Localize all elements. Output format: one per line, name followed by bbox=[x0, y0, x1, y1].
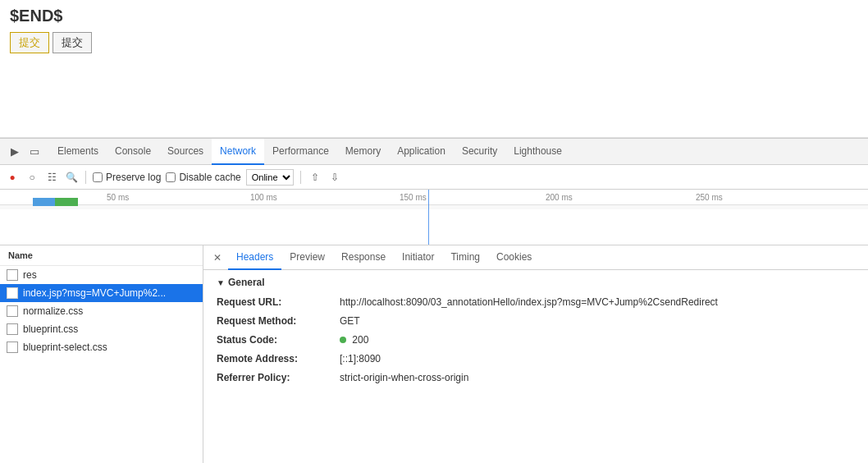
file-icon bbox=[7, 305, 18, 317]
device-icon[interactable]: ▭ bbox=[26, 144, 43, 160]
remote-address-row: Remote Address: [::1]:8090 bbox=[217, 351, 855, 366]
ruler-mark-100: 100 ms bbox=[250, 193, 277, 202]
sub-tab-headers[interactable]: Headers bbox=[228, 245, 281, 270]
page-title: $END$ bbox=[10, 7, 858, 25]
bar-blue bbox=[33, 198, 55, 206]
page-content: $END$ 提交 提交 bbox=[0, 0, 868, 138]
timeline-marker bbox=[428, 190, 429, 245]
sub-tab-bar: ✕ Headers Preview Response Initiator Tim… bbox=[203, 245, 868, 270]
timeline-area: 50 ms 100 ms 150 ms 200 ms 250 ms bbox=[0, 190, 868, 245]
devtools-panel: ▶ ▭ Elements Console Sources Network Per… bbox=[0, 138, 868, 463]
button-row: 提交 提交 bbox=[10, 32, 858, 53]
sub-tab-timing[interactable]: Timing bbox=[442, 245, 488, 270]
file-item-blueprint-select[interactable]: blueprint-select.css bbox=[0, 338, 203, 356]
tab-elements[interactable]: Elements bbox=[49, 139, 107, 165]
request-url-value: http://localhost:8090/03_annotationHello… bbox=[340, 295, 718, 309]
request-method-row: Request Method: GET bbox=[217, 314, 855, 328]
file-item-blueprint[interactable]: blueprint.css bbox=[0, 320, 203, 338]
file-icon bbox=[7, 323, 18, 335]
disable-cache-label[interactable]: Disable cache bbox=[166, 172, 240, 183]
bar-green bbox=[55, 198, 78, 206]
details-panel: ✕ Headers Preview Response Initiator Tim… bbox=[203, 245, 868, 463]
close-button[interactable]: ✕ bbox=[207, 249, 228, 267]
tab-sources[interactable]: Sources bbox=[159, 139, 212, 165]
sub-tab-response[interactable]: Response bbox=[333, 245, 394, 270]
request-url-row: Request URL: http://localhost:8090/03_an… bbox=[217, 295, 855, 309]
clear-icon[interactable]: ○ bbox=[25, 170, 39, 185]
general-header[interactable]: ▼ General bbox=[217, 277, 855, 288]
request-url-label: Request URL: bbox=[217, 295, 340, 309]
separator-1 bbox=[85, 171, 86, 184]
disable-cache-checkbox[interactable] bbox=[166, 172, 176, 182]
filter-icon[interactable]: ☷ bbox=[44, 170, 59, 185]
tab-security[interactable]: Security bbox=[454, 139, 505, 165]
referrer-policy-value: strict-origin-when-cross-origin bbox=[340, 370, 468, 385]
ruler-mark-250: 250 ms bbox=[696, 193, 723, 202]
preserve-log-checkbox[interactable] bbox=[93, 172, 103, 182]
file-item-index[interactable]: index.jsp?msg=MVC+Jump%2... bbox=[0, 284, 203, 302]
referrer-policy-label: Referrer Policy: bbox=[217, 370, 340, 385]
ruler-mark-200: 200 ms bbox=[546, 193, 573, 202]
tab-application[interactable]: Application bbox=[389, 139, 454, 165]
inspect-icon[interactable]: ▶ bbox=[7, 144, 23, 160]
remote-address-label: Remote Address: bbox=[217, 351, 340, 366]
status-code-value: 200 bbox=[340, 332, 368, 347]
status-code-row: Status Code: 200 bbox=[217, 332, 855, 347]
request-method-value: GET bbox=[340, 314, 360, 328]
file-icon bbox=[7, 269, 18, 281]
tab-network[interactable]: Network bbox=[212, 139, 264, 165]
sub-tab-cookies[interactable]: Cookies bbox=[488, 245, 540, 270]
remote-address-value: [::1]:8090 bbox=[340, 351, 381, 366]
file-icon-selected bbox=[7, 287, 18, 299]
arrow-icon: ▼ bbox=[217, 278, 225, 287]
submit-button-1[interactable]: 提交 bbox=[10, 32, 49, 53]
status-dot bbox=[340, 337, 346, 343]
devtools-icons: ▶ ▭ bbox=[7, 144, 43, 160]
devtools-tab-bar: ▶ ▭ Elements Console Sources Network Per… bbox=[0, 139, 868, 165]
general-section: ▼ General Request URL: http://localhost:… bbox=[203, 270, 868, 396]
network-toolbar: ● ○ ☷ 🔍 Preserve log Disable cache Onlin… bbox=[0, 165, 868, 190]
file-list: Name res index.jsp?msg=MVC+Jump%2... nor… bbox=[0, 245, 203, 463]
submit-button-2[interactable]: 提交 bbox=[53, 32, 92, 53]
file-icon bbox=[7, 342, 18, 353]
preserve-log-label[interactable]: Preserve log bbox=[93, 172, 161, 183]
request-method-label: Request Method: bbox=[217, 314, 340, 328]
export-icon[interactable]: ⇩ bbox=[327, 170, 342, 185]
ruler-mark-150: 150 ms bbox=[400, 193, 427, 202]
tab-memory[interactable]: Memory bbox=[337, 139, 389, 165]
ruler-mark-50: 50 ms bbox=[107, 193, 129, 202]
status-code-label: Status Code: bbox=[217, 332, 340, 347]
main-panel: Name res index.jsp?msg=MVC+Jump%2... nor… bbox=[0, 245, 868, 463]
sub-tab-initiator[interactable]: Initiator bbox=[394, 245, 442, 270]
file-list-header: Name bbox=[0, 245, 203, 266]
import-icon[interactable]: ⇧ bbox=[308, 170, 322, 185]
file-item-normalize[interactable]: normalize.css bbox=[0, 302, 203, 320]
throttle-select[interactable]: Online bbox=[246, 169, 294, 186]
referrer-policy-row: Referrer Policy: strict-origin-when-cros… bbox=[217, 370, 855, 385]
tab-lighthouse[interactable]: Lighthouse bbox=[505, 139, 570, 165]
sub-tab-preview[interactable]: Preview bbox=[281, 245, 333, 270]
file-item-res[interactable]: res bbox=[0, 266, 203, 284]
tab-performance[interactable]: Performance bbox=[264, 139, 337, 165]
search-icon[interactable]: 🔍 bbox=[64, 170, 79, 185]
tab-console[interactable]: Console bbox=[107, 139, 159, 165]
separator-2 bbox=[300, 171, 301, 184]
record-icon[interactable]: ● bbox=[5, 170, 20, 185]
network-bar bbox=[33, 198, 78, 206]
